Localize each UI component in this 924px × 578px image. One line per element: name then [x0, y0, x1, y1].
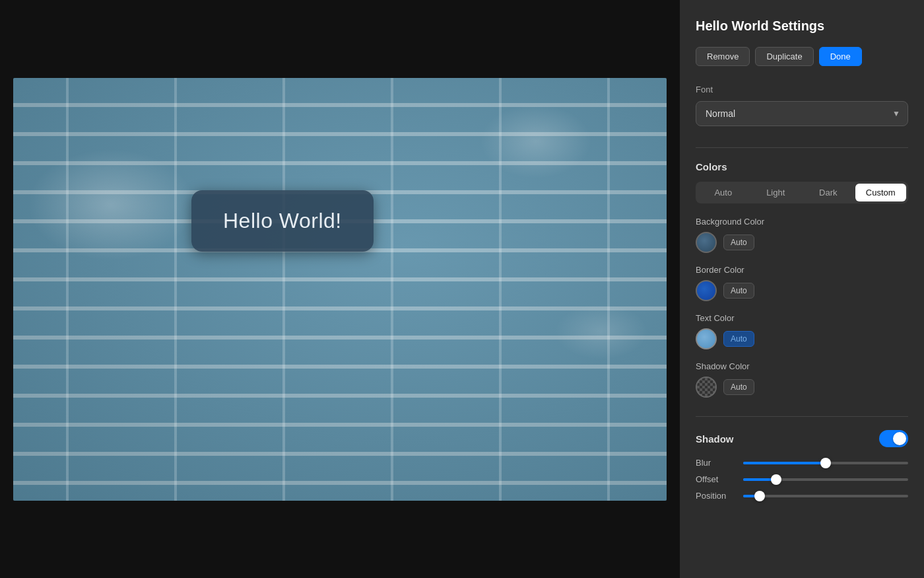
shadow-color-swatch[interactable]: [696, 377, 717, 398]
border-color-label: Border Color: [696, 265, 908, 275]
blur-slider-row: Blur: [696, 458, 908, 468]
background-color-row: Background Color Auto: [696, 217, 908, 253]
border-color-swatch[interactable]: [696, 280, 717, 301]
duplicate-button[interactable]: Duplicate: [755, 47, 813, 66]
shadow-color-badge[interactable]: Auto: [723, 379, 754, 395]
brick-patches: [13, 78, 667, 501]
color-mode-dark[interactable]: Dark: [803, 184, 854, 201]
border-color-badge[interactable]: Auto: [723, 283, 754, 299]
offset-slider-row: Offset: [696, 474, 908, 484]
font-select-wrapper: Normal Bold Italic Monospace ▼: [696, 101, 908, 126]
divider-2: [696, 416, 908, 417]
panel-title: Hello World Settings: [696, 18, 908, 34]
background-color-swatch[interactable]: [696, 232, 717, 253]
shadow-section-title: Shadow: [696, 433, 734, 445]
settings-panel: Hello World Settings Remove Duplicate Do…: [680, 0, 924, 578]
text-color-row: Text Color Auto: [696, 313, 908, 349]
hello-world-bubble[interactable]: Hello World!: [191, 190, 374, 252]
position-label: Position: [696, 491, 735, 501]
blur-label: Blur: [696, 458, 735, 468]
background-color-swatch-row: Auto: [696, 232, 908, 253]
background-color-label: Background Color: [696, 217, 908, 227]
done-button[interactable]: Done: [819, 47, 862, 66]
text-color-badge[interactable]: Auto: [723, 331, 754, 347]
position-slider-row: Position: [696, 491, 908, 501]
color-mode-light[interactable]: Light: [750, 184, 802, 201]
blur-slider-track[interactable]: [743, 462, 908, 464]
brick-background: Hello World!: [13, 78, 667, 501]
brick-wall: [13, 78, 667, 501]
shadow-header: Shadow: [696, 430, 908, 447]
bubble-text: Hello World!: [223, 209, 342, 233]
colors-section: Colors Auto Light Dark Custom Background…: [696, 161, 908, 398]
shadow-section: Shadow Blur Offset Position: [696, 430, 908, 501]
colors-section-title: Colors: [696, 161, 908, 172]
text-color-label: Text Color: [696, 313, 908, 323]
text-color-swatch-row: Auto: [696, 328, 908, 349]
action-buttons: Remove Duplicate Done: [696, 47, 908, 66]
color-mode-auto[interactable]: Auto: [698, 184, 749, 201]
blur-slider-thumb[interactable]: [820, 458, 831, 468]
text-color-swatch[interactable]: [696, 328, 717, 349]
remove-button[interactable]: Remove: [696, 47, 750, 66]
blur-slider-fill: [743, 462, 826, 464]
font-label: Font: [696, 85, 908, 94]
border-color-row: Border Color Auto: [696, 265, 908, 301]
brick-overlay: [13, 78, 667, 501]
background-color-badge[interactable]: Auto: [723, 235, 754, 250]
canvas-area: Hello World!: [0, 0, 680, 578]
border-color-swatch-row: Auto: [696, 280, 908, 301]
shadow-color-row: Shadow Color Auto: [696, 361, 908, 398]
shadow-toggle[interactable]: [879, 430, 908, 447]
color-mode-toggle: Auto Light Dark Custom: [696, 182, 908, 203]
offset-label: Offset: [696, 474, 735, 484]
color-mode-custom[interactable]: Custom: [855, 184, 907, 201]
font-select[interactable]: Normal Bold Italic Monospace: [696, 101, 908, 126]
shadow-color-swatch-row: Auto: [696, 377, 908, 398]
offset-slider-thumb[interactable]: [771, 474, 781, 485]
offset-slider-track[interactable]: [743, 478, 908, 481]
position-slider-thumb[interactable]: [754, 491, 765, 501]
divider-1: [696, 147, 908, 148]
position-slider-track[interactable]: [743, 495, 908, 497]
shadow-color-label: Shadow Color: [696, 361, 908, 371]
